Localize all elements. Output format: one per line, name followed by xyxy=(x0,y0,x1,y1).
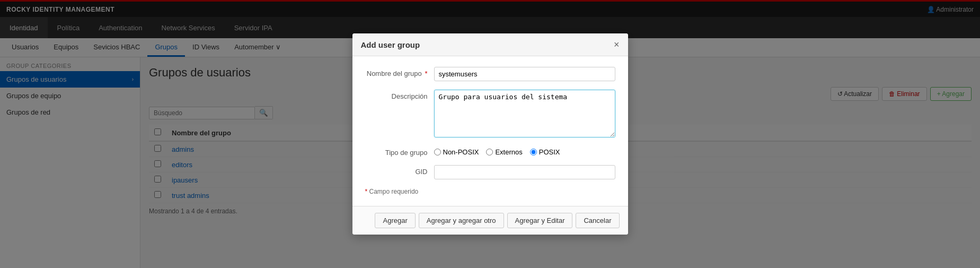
required-note: * Campo requerido xyxy=(365,188,615,195)
nombre-required-star: * xyxy=(425,70,427,77)
modal-cancelar-button[interactable]: Cancelar xyxy=(576,213,619,228)
modal-header: Add user group × xyxy=(352,33,628,56)
gid-label: GID xyxy=(365,165,434,176)
radio-externos-input[interactable] xyxy=(486,149,493,155)
nombre-label: Nombre del grupo * xyxy=(365,67,434,77)
descripcion-textarea[interactable] xyxy=(434,90,615,137)
modal-agregar-button[interactable]: Agregar xyxy=(375,213,415,228)
modal-agregar-editar-button[interactable]: Agregar y Editar xyxy=(507,213,573,228)
nombre-input[interactable] xyxy=(434,67,615,81)
tipo-label: Tipo de grupo xyxy=(365,146,434,157)
add-user-group-modal: Add user group × Nombre del grupo * Desc… xyxy=(352,33,628,235)
radio-posix[interactable]: POSIX xyxy=(530,148,560,156)
radio-non-posix[interactable]: Non-POSIX xyxy=(434,148,479,156)
modal-overlay[interactable]: Add user group × Nombre del grupo * Desc… xyxy=(0,0,980,268)
modal-footer: Agregar Agregar y agregar otro Agregar y… xyxy=(352,206,628,235)
descripcion-label: Descripción xyxy=(365,90,434,100)
tipo-radio-group: Non-POSIX Externos POSIX xyxy=(434,146,560,156)
form-group-tipo: Tipo de grupo Non-POSIX Externos POSIX xyxy=(365,146,615,157)
modal-body: Nombre del grupo * Descripción Tipo de g… xyxy=(352,56,628,206)
modal-agregar-otro-button[interactable]: Agregar y agregar otro xyxy=(419,213,504,228)
modal-title: Add user group xyxy=(361,40,420,49)
form-group-nombre: Nombre del grupo * xyxy=(365,67,615,81)
radio-posix-input[interactable] xyxy=(530,149,537,155)
radio-non-posix-input[interactable] xyxy=(434,149,441,155)
gid-input[interactable] xyxy=(434,165,615,179)
form-group-descripcion: Descripción xyxy=(365,90,615,137)
modal-close-button[interactable]: × xyxy=(614,40,620,49)
form-group-gid: GID xyxy=(365,165,615,179)
radio-externos[interactable]: Externos xyxy=(486,148,522,156)
